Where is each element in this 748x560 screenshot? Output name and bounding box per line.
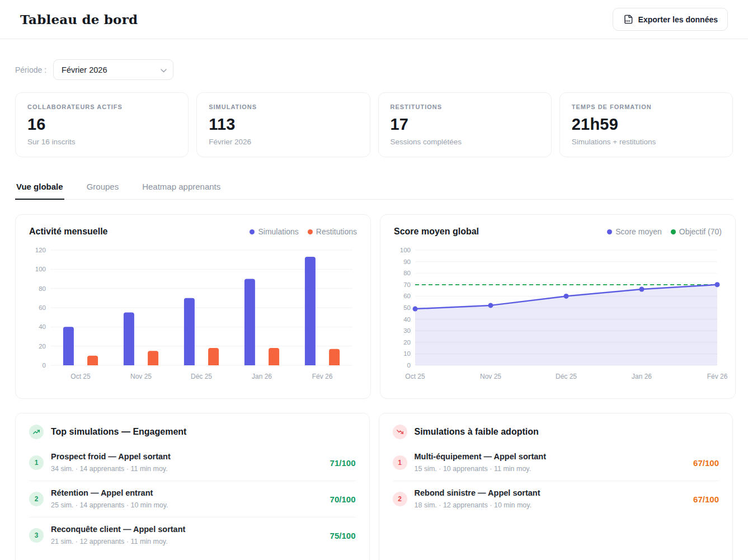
- simulation-meta: 34 sim. · 14 apprenants · 11 min moy.: [51, 465, 168, 473]
- stats-row: Collaborateurs actifs 16 Sur 16 inscrits…: [15, 92, 733, 157]
- svg-text:100: 100: [35, 266, 46, 272]
- monthly-activity-card: Activité mensuelle Simulations Restituti…: [15, 214, 371, 399]
- list-title: Top simulations — Engagement: [51, 427, 186, 437]
- svg-text:40: 40: [403, 316, 411, 323]
- chevron-down-icon: [161, 65, 167, 74]
- chart-legend: Score moyen Objectif (70): [607, 227, 722, 236]
- stat-value: 113: [209, 115, 357, 134]
- legend-dot: [607, 229, 612, 234]
- rank-badge: 2: [29, 492, 44, 506]
- stat-value: 17: [391, 115, 539, 134]
- svg-text:100: 100: [400, 247, 411, 253]
- trending-down-icon: [393, 425, 407, 439]
- svg-text:Oct 25: Oct 25: [70, 373, 91, 380]
- legend-dot: [308, 229, 313, 234]
- legend-item-restitutions: Restitutions: [308, 227, 357, 236]
- low-adoption-card: Simulations à faible adoption 1 Multi-éq…: [379, 413, 733, 560]
- simulation-name: Prospect froid — Appel sortant: [51, 452, 323, 461]
- export-button-label: Exporter les données: [638, 15, 718, 24]
- stat-label: Restitutions: [391, 103, 539, 110]
- chart-title: Score moyen global: [394, 227, 479, 237]
- simulation-meta: 25 sim. · 14 apprenants · 10 min moy.: [51, 501, 168, 509]
- svg-text:90: 90: [403, 258, 411, 265]
- svg-text:Fév 26: Fév 26: [312, 373, 333, 380]
- stat-card-simulations: Simulations 113 Février 2026: [196, 92, 370, 157]
- dashboard-content: Période : Février 2026 Collaborateurs ac…: [0, 39, 748, 560]
- svg-text:20: 20: [403, 339, 411, 346]
- lists-row: Top simulations — Engagement 1 Prospect …: [15, 413, 733, 560]
- svg-text:20: 20: [39, 343, 46, 350]
- period-select[interactable]: Février 2026: [53, 59, 173, 80]
- svg-text:Nov 25: Nov 25: [480, 373, 501, 380]
- charts-row: Activité mensuelle Simulations Restituti…: [15, 214, 733, 413]
- svg-text:Déc 25: Déc 25: [556, 373, 577, 380]
- stat-card-restitutions: Restitutions 17 Sessions complétées: [378, 92, 552, 157]
- simulation-score: 71/100: [330, 458, 356, 468]
- monthly-activity-bar-chart: 020406080100120Oct 25Nov 25Déc 25Jan 26F…: [29, 243, 357, 384]
- tab-heatmap-apprenants[interactable]: Heatmap apprenants: [141, 182, 222, 200]
- svg-text:csv: csv: [625, 19, 630, 22]
- legend-item-score-moyen: Score moyen: [607, 227, 661, 236]
- simulation-meta: 18 sim. · 12 apprenants · 10 min moy.: [415, 501, 532, 509]
- simulation-name: Rebond sinistre — Appel sortant: [415, 488, 686, 497]
- chart-title: Activité mensuelle: [29, 227, 108, 237]
- legend-item-simulations: Simulations: [250, 227, 298, 236]
- rank-badge: 1: [29, 455, 44, 470]
- svg-text:10: 10: [403, 350, 411, 357]
- rank-badge: 2: [393, 492, 407, 506]
- stat-subtitle: Sessions complétées: [391, 138, 539, 146]
- stat-subtitle: Sur 16 inscrits: [27, 138, 176, 146]
- svg-text:60: 60: [403, 293, 411, 299]
- list-item[interactable]: 1 Prospect froid — Appel sortant 34 sim.…: [29, 445, 356, 481]
- average-score-line-chart: 0102030405060708090100Oct 25Nov 25Déc 25…: [394, 243, 722, 384]
- legend-dot: [250, 229, 255, 234]
- simulation-score: 67/100: [693, 458, 719, 468]
- stat-subtitle: Simulations + restitutions: [572, 138, 721, 146]
- tab-groupes[interactable]: Groupes: [86, 182, 120, 200]
- svg-text:Jan 26: Jan 26: [632, 373, 652, 380]
- simulation-meta: 15 sim. · 10 apprenants · 11 min moy.: [415, 465, 531, 473]
- rank-badge: 1: [393, 455, 407, 470]
- svg-text:0: 0: [43, 362, 46, 369]
- average-score-card: Score moyen global Score moyen Objectif …: [380, 214, 736, 399]
- simulation-score: 75/100: [330, 531, 356, 540]
- stat-label: Collaborateurs actifs: [27, 103, 176, 110]
- period-select-value: Février 2026: [62, 65, 107, 74]
- trending-up-icon: [29, 425, 44, 439]
- simulation-name: Reconquête client — Appel sortant: [51, 525, 323, 534]
- period-label: Période :: [15, 65, 46, 74]
- page-title: Tableau de bord: [20, 12, 138, 27]
- svg-text:0: 0: [407, 362, 411, 369]
- list-item[interactable]: 3 Reconquête client — Appel sortant 21 s…: [29, 517, 356, 553]
- svg-text:Fév 26: Fév 26: [707, 373, 728, 380]
- list-item[interactable]: 1 Multi-équipement — Appel sortant 15 si…: [393, 445, 719, 481]
- list-item[interactable]: 2 Rétention — Appel entrant 25 sim. · 14…: [29, 481, 356, 517]
- svg-text:Déc 25: Déc 25: [191, 373, 212, 380]
- svg-text:70: 70: [403, 281, 411, 288]
- list-item[interactable]: 2 Rebond sinistre — Appel sortant 18 sim…: [393, 481, 719, 517]
- stat-card-active-collaborators: Collaborateurs actifs 16 Sur 16 inscrits: [15, 92, 189, 157]
- simulation-name: Rétention — Appel entrant: [51, 488, 323, 497]
- list-title: Simulations à faible adoption: [415, 427, 539, 437]
- tab-vue-globale[interactable]: Vue globale: [15, 182, 64, 200]
- simulation-score: 67/100: [693, 495, 719, 504]
- svg-text:120: 120: [35, 247, 46, 253]
- svg-text:40: 40: [39, 323, 46, 330]
- svg-text:80: 80: [39, 285, 46, 292]
- svg-text:Jan 26: Jan 26: [252, 373, 272, 380]
- period-filter-row: Période : Février 2026: [15, 59, 733, 80]
- stat-card-training-time: Temps de formation 21h59 Simulations + r…: [559, 92, 733, 157]
- stat-value: 16: [27, 115, 176, 134]
- csv-file-icon: csv: [623, 14, 633, 25]
- view-tabs: Vue globale Groupes Heatmap apprenants: [15, 182, 733, 200]
- chart-legend: Simulations Restitutions: [250, 227, 357, 236]
- legend-item-objectif: Objectif (70): [671, 227, 722, 236]
- svg-text:Oct 25: Oct 25: [405, 373, 425, 380]
- svg-text:30: 30: [403, 327, 411, 334]
- svg-text:80: 80: [403, 270, 411, 276]
- app-header: Tableau de bord csv Exporter les données: [0, 0, 748, 39]
- legend-dot: [671, 229, 676, 234]
- export-data-button[interactable]: csv Exporter les données: [613, 8, 728, 31]
- svg-text:60: 60: [39, 304, 46, 311]
- stat-value: 21h59: [572, 115, 721, 134]
